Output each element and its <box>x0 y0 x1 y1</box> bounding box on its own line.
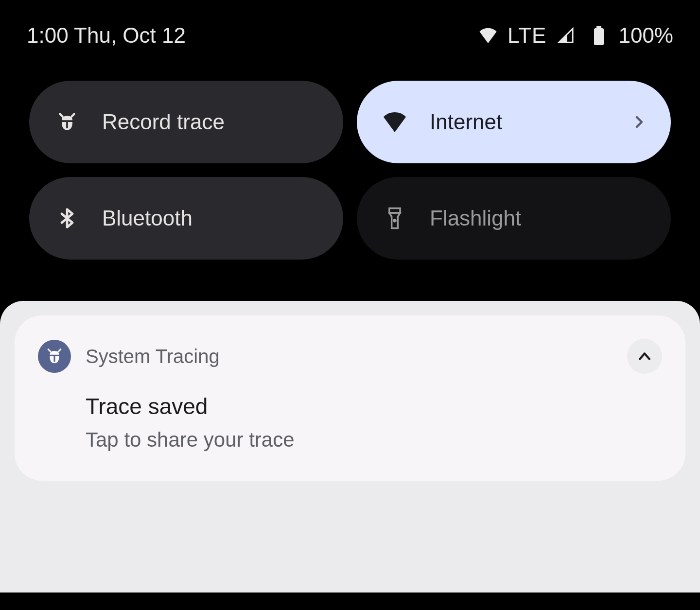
battery-icon <box>585 22 612 49</box>
flashlight-icon <box>381 205 408 232</box>
notification-body: Trace saved Tap to share your trace <box>38 393 662 452</box>
quick-settings-panel: Record trace Internet Bluetooth Flashlig… <box>0 49 700 260</box>
internet-tile[interactable]: Internet <box>357 81 671 163</box>
tile-label: Record trace <box>102 110 319 134</box>
wifi-icon <box>381 108 408 136</box>
status-right: LTE 100% <box>474 22 673 49</box>
chevron-up-icon <box>636 348 653 365</box>
tile-label: Flashlight <box>430 206 647 230</box>
record-trace-tile[interactable]: Record trace <box>29 81 343 163</box>
notification-title: Trace saved <box>86 393 662 419</box>
status-bar: 1:00 Thu, Oct 12 LTE 100% <box>0 0 700 49</box>
svg-rect-5 <box>53 356 55 362</box>
status-time-date: 1:00 Thu, Oct 12 <box>27 23 186 48</box>
tile-label: Bluetooth <box>102 206 319 230</box>
svg-rect-2 <box>66 122 68 128</box>
chevron-right-icon <box>632 110 647 134</box>
bluetooth-icon <box>53 205 81 232</box>
svg-rect-0 <box>596 26 601 28</box>
notification-shade: System Tracing Trace saved Tap to share … <box>0 301 700 593</box>
battery-percent: 100% <box>618 23 673 48</box>
svg-rect-1 <box>594 28 604 45</box>
notification-header: System Tracing <box>38 339 662 374</box>
notification-card[interactable]: System Tracing Trace saved Tap to share … <box>15 315 685 481</box>
wifi-icon <box>474 22 502 49</box>
signal-icon <box>552 22 579 49</box>
network-type: LTE <box>508 23 546 48</box>
bug-icon <box>53 108 81 136</box>
notification-text: Tap to share your trace <box>86 428 662 452</box>
flashlight-tile[interactable]: Flashlight <box>357 177 671 260</box>
collapse-button[interactable] <box>627 339 662 374</box>
tile-label: Internet <box>430 110 611 134</box>
app-icon-bug <box>38 340 71 373</box>
bluetooth-tile[interactable]: Bluetooth <box>29 177 343 260</box>
svg-point-4 <box>394 220 396 222</box>
notification-app-name: System Tracing <box>86 346 612 367</box>
